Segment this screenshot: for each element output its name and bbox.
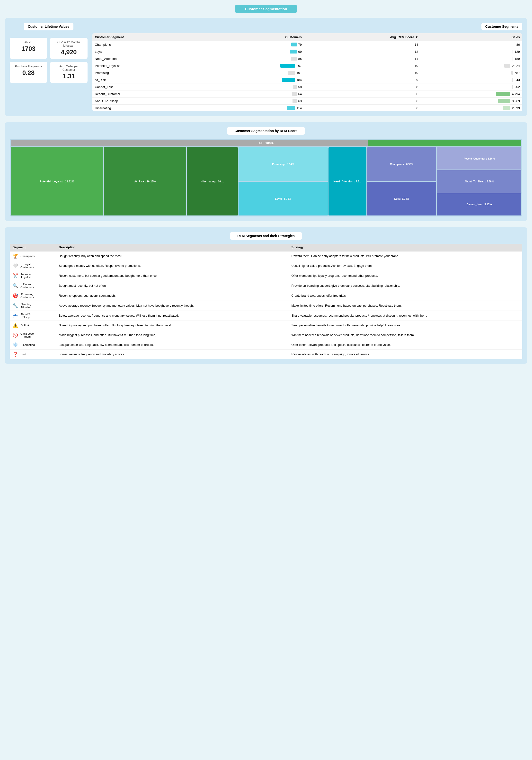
seg-rfm: 8 <box>304 83 421 90</box>
rfm-seg-name: Champions <box>21 255 34 258</box>
rfm-icon: 🔧 <box>13 303 18 309</box>
rfm-strategy: Offer other relevant products and specia… <box>288 340 522 350</box>
rfm-seg-name: RecentCustomers <box>21 283 34 289</box>
rfm-table-row: 🏆 Champions Bought recently, buy often a… <box>10 251 522 261</box>
clv-value: 4,920 <box>54 48 84 56</box>
all-bar: All : 100% <box>11 140 521 146</box>
col-sales[interactable]: Sales <box>421 33 522 41</box>
rfm-seg-cell: ❄️ Hibernating <box>10 340 56 350</box>
table-row: Loyal 99 12 129 <box>92 48 522 55</box>
rfm-description: Spent big money and purchased often. But… <box>56 321 288 330</box>
rfm-icon: ✂️ <box>13 273 18 278</box>
seg-rfm: 6 <box>304 105 421 112</box>
rfm-description: Bought recently, buy often and spend the… <box>56 251 288 261</box>
rfm-description: Lowest recency, frequency and monetary s… <box>56 350 288 359</box>
seg-rfm: 14 <box>304 41 421 48</box>
seg-sales: 2,024 <box>421 62 522 69</box>
rfm-description: Last purchase was long back, low spender… <box>56 340 288 350</box>
section3-panel: RFM Segments and their Strategies Segmen… <box>5 227 527 364</box>
seg-customers: 114 <box>212 105 304 112</box>
rfm-seg-cell: ❓ Lost <box>10 350 56 359</box>
segments-title: Customer Segments <box>481 23 522 30</box>
seg-rfm: 10 <box>304 62 421 69</box>
seg-rfm: 9 <box>304 76 421 83</box>
rfm-seg-cell: 🏆 Champions <box>10 251 56 261</box>
rfm-strategy: Revive interest with reach out campaign,… <box>288 350 522 359</box>
freq-card: Purchase Frequency 0.28 <box>10 62 47 83</box>
table-row: Hibernating 114 6 2,399 <box>92 105 522 112</box>
rfm-strategy: Reward them. Can be early adopters for n… <box>288 251 522 261</box>
rfm-icon: ❄️ <box>13 342 18 348</box>
rfm-seg-cell: 🎯 PromisingCustomers <box>10 291 56 301</box>
treemap-cell: At_Risk : 16.28% <box>104 147 186 215</box>
seg-rfm: 11 <box>304 55 421 62</box>
rfm-seg-cell: 🤍 LoyalCustomers <box>10 261 56 271</box>
rfm-description: Made biggest purchases, and often. But h… <box>56 330 288 340</box>
rfm-col-segment: Segment <box>10 244 56 251</box>
treemap-cell: Promising : 8.94% <box>239 147 328 181</box>
seg-rfm: 6 <box>304 98 421 105</box>
rfm-strategy: Provide on-boarding support, give them e… <box>288 281 522 291</box>
rfm-table-row: 🎯 PromisingCustomers Recent shoppers, bu… <box>10 291 522 301</box>
avg-order-label: Avg. Order per Customer <box>54 65 84 71</box>
treemap-cell: About_To_Sleep : 5.58% <box>437 170 521 192</box>
treemap-cell: Potential_Loyalist : 18.32% <box>11 147 103 215</box>
rfm-table-row: 🔧 NeedingAttention Above average recency… <box>10 301 522 311</box>
rfm-seg-name: PotentialLoyalist <box>21 273 31 279</box>
table-row: At_Risk 184 9 343 <box>92 76 522 83</box>
section1-panel: Customer Lifetime Values ARPU 1703 CLV i… <box>5 18 527 116</box>
rfm-strategy: Offer membership / loyalty program, reco… <box>288 271 522 281</box>
rfm-strategy: Win them back via renewals or newer prod… <box>288 330 522 340</box>
seg-rfm: 12 <box>304 48 421 55</box>
table-row: Cannot_Lost 58 8 202 <box>92 83 522 90</box>
rfm-seg-name: NeedingAttention <box>21 303 31 309</box>
rfm-description: Recent customers, but spent a good amoun… <box>56 271 288 281</box>
seg-sales: 129 <box>421 48 522 55</box>
treemap-col: Potential_Loyalist : 18.32% <box>11 147 103 215</box>
table-row: Champions 79 14 86 <box>92 41 522 48</box>
treemap-col: Need_Attention : 7.5... <box>329 147 367 215</box>
seg-sales: 587 <box>421 69 522 76</box>
seg-sales: 202 <box>421 83 522 90</box>
arpu-card: ARPU 1703 <box>10 38 47 59</box>
rfm-strategy: Upsell higher value products. Ask for re… <box>288 261 522 271</box>
treemap-col: Champions : 6.99%Lost : 6.73% <box>367 147 436 215</box>
freq-label: Purchase Frequency <box>14 65 43 68</box>
table-row: About_To_Sleep 63 6 3,969 <box>92 98 522 105</box>
seg-name: Need_Attention <box>92 55 212 62</box>
seg-sales: 86 <box>421 41 522 48</box>
rfm-description: Below average recency, frequency and mon… <box>56 311 288 321</box>
rfm-description: Above average recency, frequency and mon… <box>56 301 288 311</box>
treemap-cell: Lost : 6.73% <box>367 182 436 216</box>
seg-customers: 79 <box>212 41 304 48</box>
rfm-description: Spend good money with us often. Responsi… <box>56 261 288 271</box>
seg-name: At_Risk <box>92 76 212 83</box>
col-customers[interactable]: Customers <box>212 33 304 41</box>
col-rfm[interactable]: Avg. RFM Score ▼ <box>304 33 421 41</box>
treemap-cell: Recent_Customer : 5.66% <box>437 147 521 169</box>
treemap-cell: Loyal : 8.76% <box>239 182 328 216</box>
table-row: Need_Attention 85 11 189 <box>92 55 522 62</box>
treemap-cell: Cannot_Lost : 5.13% <box>437 193 521 216</box>
seg-name: About_To_Sleep <box>92 98 212 105</box>
table-row: Recent_Customer 64 6 4,794 <box>92 90 522 98</box>
seg-name: Cannot_Lost <box>92 83 212 90</box>
clv-row-top: ARPU 1703 CLV in 12 Months Lifespan 4,92… <box>10 38 88 59</box>
col-segment[interactable]: Customer Segment <box>92 33 212 41</box>
avg-order-value: 1.31 <box>54 72 84 80</box>
rfm-seg-name: Can't LoseThem <box>21 332 34 338</box>
rfm-seg-name: PromisingCustomers <box>21 293 34 299</box>
rfm-description: Recent shoppers, but haven't spent much. <box>56 291 288 301</box>
seg-rfm: 6 <box>304 90 421 98</box>
seg-sales: 2,399 <box>421 105 522 112</box>
seg-sales: 3,969 <box>421 98 522 105</box>
rfm-icon: 🚫 <box>13 332 18 338</box>
rfm-seg-cell: ✂️ PotentialLoyalist <box>10 271 56 281</box>
seg-customers: 85 <box>212 55 304 62</box>
clv-title: Customer Lifetime Values <box>24 23 73 30</box>
seg-name: Hibernating <box>92 105 212 112</box>
seg-sales: 343 <box>421 76 522 83</box>
seg-customers: 64 <box>212 90 304 98</box>
treemap-cell: Champions : 6.99% <box>367 147 436 181</box>
seg-name: Loyal <box>92 48 212 55</box>
